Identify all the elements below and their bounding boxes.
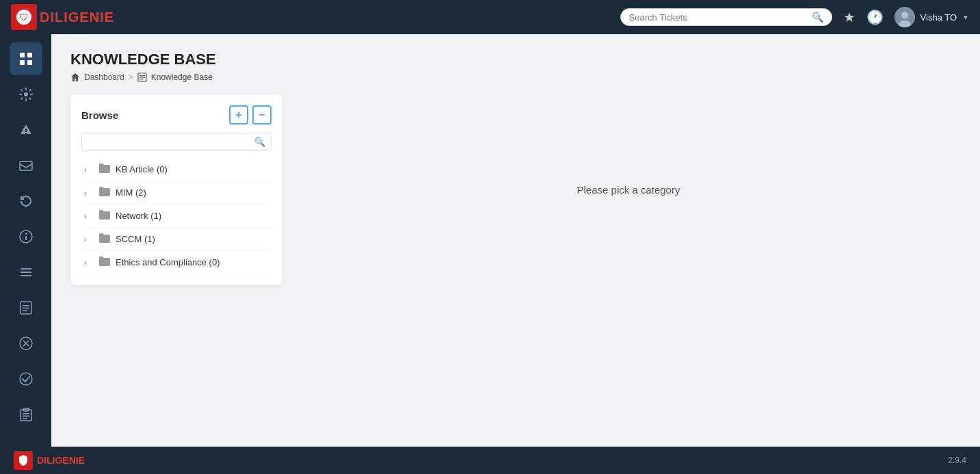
footer-brand-text: DILIGENIE (37, 455, 85, 466)
breadcrumb-separator: > (129, 73, 133, 82)
sidebar-item-dashboard[interactable] (10, 42, 42, 75)
sidebar-item-list[interactable] (10, 256, 42, 289)
content-right: Please pick a category (296, 94, 961, 285)
list-item[interactable]: › Ethics and Compliance (0) (81, 251, 272, 274)
footer-brand-genie: GENIE (55, 455, 85, 466)
category-label: Network (1) (116, 211, 161, 221)
navbar-right: 🔍 ★ 🕐 Visha TO ▼ (620, 7, 969, 27)
user-name: Visha TO (921, 12, 957, 23)
svg-rect-18 (23, 305, 29, 306)
list-item[interactable]: › Network (1) (81, 205, 272, 228)
user-area[interactable]: Visha TO ▼ (895, 7, 969, 27)
search-box[interactable]: 🔍 (620, 8, 832, 26)
browse-panel: Browse + − 🔍 › KB Ar (70, 94, 282, 285)
svg-rect-5 (20, 60, 25, 65)
sidebar (0, 34, 51, 447)
brand-genie: GENIE (68, 10, 114, 25)
footer-brand: DILIGENIE (14, 451, 85, 470)
chevron-right-icon: › (84, 166, 94, 174)
favorites-button[interactable]: ★ (843, 9, 856, 25)
footer-brand-dili: DILI (37, 455, 55, 466)
svg-rect-19 (23, 308, 29, 309)
brand-dili: DILI (40, 10, 68, 25)
browse-search-icon: 🔍 (254, 137, 265, 147)
history-button[interactable]: 🕐 (866, 9, 884, 25)
svg-rect-14 (21, 268, 31, 269)
browse-header: Browse + − (81, 105, 272, 124)
folder-icon (99, 210, 110, 222)
svg-rect-26 (23, 416, 29, 417)
remove-category-button[interactable]: − (252, 105, 272, 124)
category-label: KB Article (0) (116, 164, 168, 174)
folder-icon (99, 187, 110, 198)
sidebar-item-check[interactable] (10, 363, 42, 395)
svg-rect-20 (23, 310, 27, 311)
body-wrap: KNOWLEDGE BASE Dashboard > Knowledge Bas… (0, 34, 980, 447)
brand: 🛡 DILIGENIE (11, 4, 114, 30)
svg-rect-10 (20, 161, 32, 170)
breadcrumb-current: Knowledge Base (151, 73, 213, 82)
main-content: KNOWLEDGE BASE Dashboard > Knowledge Bas… (51, 34, 980, 447)
search-icon: 🔍 (812, 12, 823, 23)
list-item[interactable]: › MIM (2) (81, 181, 272, 205)
search-input[interactable] (629, 12, 806, 23)
chevron-down-icon: ▼ (962, 14, 969, 21)
svg-rect-16 (21, 275, 31, 276)
category-label: SCCM (1) (116, 234, 155, 244)
chevron-right-icon: › (84, 259, 94, 267)
avatar (895, 7, 915, 27)
browse-actions: + − (229, 105, 272, 124)
category-label: Ethics and Compliance (0) (116, 257, 220, 267)
sidebar-item-inbox[interactable] (10, 149, 42, 182)
main-content-wrap: Browse + − 🔍 › KB Ar (70, 94, 961, 285)
browse-search-box[interactable]: 🔍 (81, 133, 272, 151)
category-tree: › KB Article (0) › MIM (2) (81, 158, 272, 274)
list-item[interactable]: › KB Article (0) (81, 158, 272, 181)
chevron-right-icon: › (84, 235, 94, 243)
list-item[interactable]: › SCCM (1) (81, 228, 272, 251)
brand-logo: 🛡 (11, 4, 37, 30)
sidebar-item-cancel[interactable] (10, 327, 42, 360)
svg-rect-15 (21, 272, 31, 273)
footer-brand-logo (14, 451, 33, 470)
svg-rect-3 (20, 53, 25, 57)
svg-rect-30 (140, 77, 145, 78)
brand-logo-inner: 🛡 (16, 10, 31, 25)
sidebar-item-settings[interactable] (10, 78, 42, 111)
browse-search-input[interactable] (88, 137, 250, 147)
svg-rect-6 (27, 60, 32, 65)
svg-rect-4 (27, 53, 32, 57)
svg-rect-12 (25, 236, 27, 240)
breadcrumb-dashboard-link[interactable]: Dashboard (84, 73, 124, 82)
sidebar-item-refresh[interactable] (10, 185, 42, 218)
svg-rect-25 (23, 413, 29, 414)
svg-rect-27 (23, 418, 27, 419)
sidebar-item-clipboard[interactable] (10, 398, 42, 431)
top-navbar: 🛡 DILIGENIE 🔍 ★ 🕐 Visha TO ▼ (0, 0, 980, 34)
page-title: KNOWLEDGE BASE (70, 51, 961, 68)
add-category-button[interactable]: + (229, 105, 248, 124)
svg-point-1 (901, 12, 908, 18)
folder-icon (99, 233, 110, 245)
svg-rect-8 (25, 129, 27, 132)
pick-category-text: Please pick a category (296, 184, 961, 196)
folder-icon (99, 256, 110, 268)
chevron-right-icon: › (84, 212, 94, 220)
brand-shield-icon: 🛡 (19, 12, 29, 23)
chevron-right-icon: › (84, 189, 94, 197)
footer-version: 2.9.4 (948, 456, 966, 465)
browse-title: Browse (81, 109, 118, 121)
category-label: MIM (2) (116, 187, 146, 198)
svg-point-22 (20, 373, 32, 385)
sidebar-item-info[interactable] (10, 220, 42, 253)
sidebar-item-document[interactable] (10, 291, 42, 324)
breadcrumb: Dashboard > Knowledge Base (70, 73, 961, 82)
svg-rect-29 (140, 75, 145, 76)
folder-icon (99, 163, 110, 175)
footer: DILIGENIE 2.9.4 (0, 447, 980, 474)
brand-text: DILIGENIE (40, 10, 114, 25)
svg-rect-31 (140, 79, 143, 79)
sidebar-item-alerts[interactable] (10, 114, 42, 146)
svg-rect-13 (25, 233, 27, 235)
page-header: KNOWLEDGE BASE Dashboard > Knowledge Bas… (70, 51, 961, 82)
